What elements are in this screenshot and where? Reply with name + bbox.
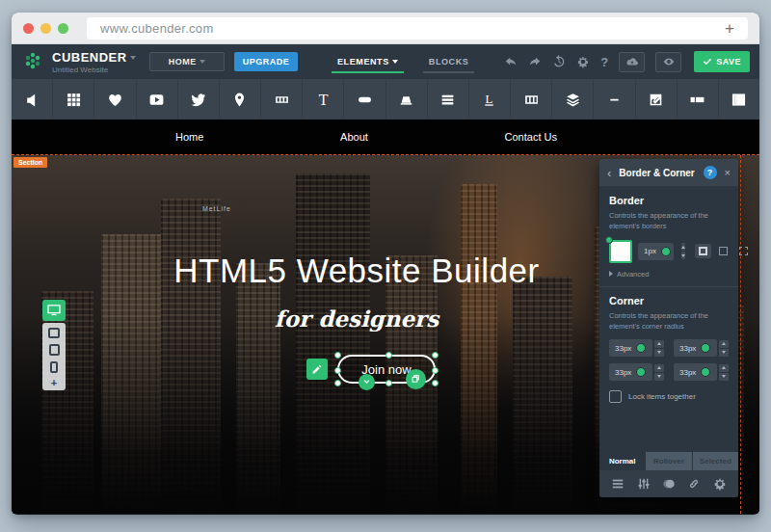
state-tab-selected[interactable]: Selected — [693, 452, 738, 470]
save-button[interactable]: SAVE — [694, 51, 750, 72]
corner-toggle[interactable] — [701, 367, 710, 377]
lock-items-checkbox[interactable] — [609, 390, 622, 403]
preview-eye-button[interactable] — [655, 52, 681, 72]
sliders-icon[interactable] — [637, 477, 651, 491]
step-down-button[interactable] — [719, 373, 729, 381]
link-icon[interactable] — [687, 477, 701, 491]
publish-cloud-button[interactable] — [619, 52, 645, 72]
corner-radius-input-0[interactable]: 33px — [609, 339, 664, 357]
step-up-button[interactable] — [654, 364, 664, 372]
toolbar-item-twitter[interactable] — [178, 80, 219, 119]
border-toggle[interactable] — [661, 247, 671, 256]
border-style-solid-thick-button[interactable] — [695, 244, 711, 258]
toolbar-item-checkbox[interactable] — [636, 80, 677, 119]
toolbar-item-menu-lines[interactable] — [428, 80, 468, 119]
undo-icon[interactable] — [504, 55, 518, 68]
step-down-button[interactable] — [681, 252, 685, 259]
settings-gear-icon[interactable] — [713, 477, 727, 491]
nav-link-contact[interactable]: Contact Us — [505, 131, 557, 143]
toolbar-item-grid[interactable] — [53, 80, 93, 119]
lock-items-row[interactable]: Lock items together — [609, 390, 729, 403]
corner-toggle[interactable] — [636, 367, 646, 377]
border-style-solid-thin-button[interactable] — [715, 244, 731, 258]
selection-handle[interactable] — [386, 380, 392, 386]
toolbar-item-text[interactable]: T — [303, 80, 343, 119]
toolbar-item-columns[interactable] — [511, 80, 551, 119]
nav-link-about[interactable]: About — [340, 131, 368, 143]
address-bar[interactable]: www.cubender.com + — [87, 17, 748, 40]
zoom-window-button[interactable] — [58, 23, 68, 34]
state-tab-normal[interactable]: Normal — [599, 452, 645, 470]
corner-radius-input-2[interactable]: 33px — [609, 363, 664, 381]
toolbar-item-podium[interactable] — [386, 80, 427, 119]
selection-handle[interactable] — [334, 380, 341, 386]
step-up-button[interactable] — [654, 340, 664, 348]
url-text[interactable]: www.cubender.com — [100, 21, 721, 36]
step-up-button[interactable] — [719, 364, 729, 372]
hero-subtitle[interactable]: for designers — [12, 306, 702, 332]
panel-close-button[interactable]: × — [725, 168, 731, 178]
settings-gear-icon[interactable] — [576, 55, 590, 68]
tablet-landscape-view-button[interactable] — [48, 328, 60, 338]
tab-blocks[interactable]: BLOCKS — [417, 44, 481, 79]
selection-handle[interactable] — [334, 352, 341, 359]
panel-back-button[interactable]: ‹ — [607, 167, 611, 179]
state-tab-rollover[interactable]: Rollover — [646, 452, 691, 470]
advanced-toggle[interactable]: Advanced — [609, 270, 729, 279]
toolbar-item-map-pin[interactable] — [220, 80, 260, 119]
element-options-button[interactable] — [359, 374, 375, 390]
minimize-window-button[interactable] — [40, 23, 51, 34]
panel-help-button[interactable]: ? — [704, 166, 717, 179]
toolbar-item-speaker[interactable] — [12, 80, 52, 119]
tab-elements[interactable]: ELEMENTS — [326, 44, 410, 79]
upgrade-button[interactable]: UPGRADE — [234, 52, 299, 71]
caret-down-icon — [199, 60, 205, 64]
selection-handle[interactable] — [432, 380, 439, 386]
toolbar-item-input-field[interactable] — [678, 80, 718, 119]
selection-handle[interactable] — [334, 367, 341, 374]
layout-menu-icon[interactable] — [611, 477, 625, 491]
hero-title[interactable]: HTML5 Website Builder — [12, 252, 702, 290]
tablet-view-button[interactable] — [49, 344, 60, 356]
toolbar-item-video-play[interactable] — [137, 80, 177, 119]
add-breakpoint-button[interactable]: + — [51, 379, 57, 386]
toolbar-item-panel-block[interactable] — [719, 80, 759, 119]
step-up-button[interactable] — [681, 243, 685, 251]
video-play-icon — [148, 92, 165, 108]
selection-handle[interactable] — [386, 352, 392, 359]
duplicate-element-button[interactable] — [406, 369, 426, 389]
nav-link-home[interactable]: Home — [175, 131, 203, 143]
edit-element-button[interactable] — [306, 359, 328, 380]
help-icon[interactable]: ? — [600, 55, 608, 69]
history-icon[interactable] — [552, 55, 566, 68]
join-now-button[interactable]: Join now — [337, 355, 436, 384]
selection-handle[interactable] — [432, 352, 439, 359]
new-tab-button[interactable]: + — [721, 20, 738, 37]
effects-icon[interactable] — [662, 477, 676, 491]
step-up-button[interactable] — [719, 340, 729, 348]
corner-radius-input-1[interactable]: 33px — [674, 339, 729, 357]
desktop-view-button[interactable] — [42, 300, 66, 321]
toolbar-item-layers[interactable] — [552, 80, 593, 119]
selection-handle[interactable] — [432, 367, 439, 374]
toolbar-item-button-pill[interactable] — [344, 80, 385, 119]
redo-icon[interactable] — [528, 55, 542, 68]
mobile-view-button[interactable] — [50, 361, 58, 373]
border-width-input[interactable]: 1px — [638, 243, 674, 260]
brand-block[interactable]: CUBENDER Untitled Website — [52, 49, 136, 74]
home-page-dropdown[interactable]: HOME — [149, 52, 225, 71]
toolbar-item-heart[interactable] — [94, 80, 135, 119]
toolbar-item-divider[interactable] — [594, 80, 634, 119]
border-style-dashed-button[interactable] — [735, 244, 752, 258]
hero-section[interactable]: MetLife Section HTML5 Website Builder fo… — [12, 154, 759, 514]
corner-toggle[interactable] — [701, 343, 710, 353]
corner-toggle[interactable] — [636, 343, 646, 353]
border-color-swatch[interactable] — [609, 240, 632, 263]
step-down-button[interactable] — [654, 373, 664, 381]
toolbar-item-filmstrip[interactable] — [261, 80, 302, 119]
close-window-button[interactable] — [23, 23, 34, 34]
step-down-button[interactable] — [654, 349, 664, 357]
step-down-button[interactable] — [719, 349, 729, 357]
toolbar-item-label[interactable]: L — [469, 80, 510, 119]
corner-radius-input-3[interactable]: 33px — [674, 363, 729, 381]
